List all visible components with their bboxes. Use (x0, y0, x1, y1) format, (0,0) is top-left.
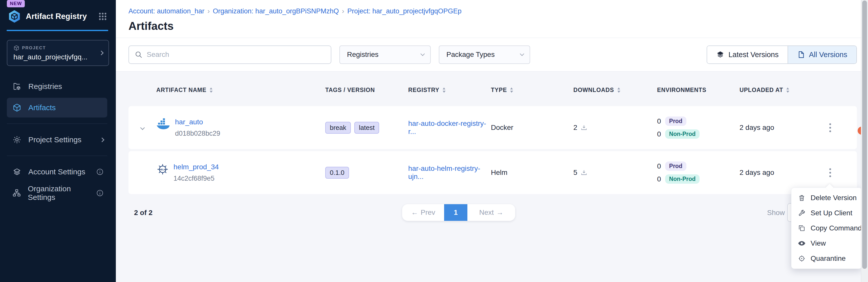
app-logo (8, 10, 21, 23)
prev-page-button[interactable]: ← Prev (402, 204, 444, 221)
sidebar: NEW Artifact Registry (0, 0, 116, 282)
column-type[interactable]: TYPE (491, 87, 574, 94)
downloads-count: 2 (574, 124, 578, 132)
sort-icon[interactable] (209, 87, 213, 93)
search-box (128, 45, 331, 64)
column-environments: ENVIRONMENTS (657, 87, 740, 94)
artifact-digest: d018b028bc29 (175, 130, 220, 137)
info-icon[interactable] (96, 189, 104, 197)
search-icon (134, 50, 143, 59)
menu-item-delete-version[interactable]: Delete Version (792, 190, 862, 205)
project-selector[interactable]: PROJECT har_auto_projectjvfgq... (7, 40, 109, 66)
menu-item-quarantine[interactable]: Quarantine (792, 251, 862, 266)
breadcrumb-organization[interactable]: Organization: har_auto_orgBPiSNPMzhQ (213, 7, 339, 15)
row-menu-button[interactable] (825, 120, 836, 135)
breadcrumb-account[interactable]: Account: automation_har (128, 7, 204, 15)
project-cube-icon (13, 45, 20, 51)
module-grid-icon[interactable] (98, 12, 107, 21)
row-context-menu: Delete Version Set Up Client Copy Comman… (791, 187, 862, 269)
vertical-scrollbar[interactable] (861, 0, 868, 282)
tag-chip: latest (354, 122, 379, 134)
right-arrow-icon: → (496, 208, 503, 217)
nonprod-badge: Non-Prod (665, 174, 700, 184)
artifacts-icon (12, 103, 22, 112)
artifact-digest: 14c2cf68f9e5 (174, 175, 219, 182)
all-versions-label: All Versions (809, 50, 847, 59)
registry-link[interactable]: har-auto-helm-registry-ujn... (408, 165, 480, 180)
prod-badge: Prod (665, 162, 686, 171)
latest-versions-label: Latest Versions (728, 50, 778, 59)
artifact-name-link[interactable]: helm_prod_34 (174, 163, 219, 171)
table-header: ARTIFACT NAME TAGS / VERSION REGISTRY TY… (128, 72, 857, 106)
sidebar-item-project-settings[interactable]: Project Settings (7, 130, 107, 150)
next-page-button[interactable]: Next → (467, 204, 515, 221)
registries-icon (12, 82, 22, 91)
helm-icon: HELM (156, 163, 169, 176)
wrench-icon (798, 209, 806, 217)
pagination-summary: 2 of 2 (134, 209, 153, 217)
sidebar-item-artifacts[interactable]: Artifacts (7, 98, 107, 117)
column-uploaded-at[interactable]: UPLOADED AT (740, 87, 814, 94)
page-title: Artifacts (128, 20, 868, 32)
expand-row-button[interactable] (128, 126, 156, 129)
column-tags-version: TAGS / VERSION (325, 87, 408, 94)
artifact-type: Docker (491, 124, 574, 132)
prod-badge: Prod (665, 116, 686, 126)
page-number-button[interactable]: 1 (444, 204, 467, 221)
sidebar-nav: Registries Artifacts (0, 77, 116, 203)
sidebar-item-label: Account Settings (28, 168, 85, 176)
table-area: ARTIFACT NAME TAGS / VERSION REGISTRY TY… (116, 72, 868, 282)
sort-icon[interactable] (510, 87, 513, 93)
project-name: har_auto_projectjvfgq... (13, 53, 100, 61)
copy-icon (798, 224, 806, 232)
main-area: Account: automation_har › Organization: … (116, 0, 868, 282)
tag-chip: break (325, 122, 351, 134)
trash-icon (798, 194, 806, 202)
page-header: Account: automation_har › Organization: … (116, 0, 868, 38)
table-row: HELM helm_prod_34 14c2cf68f9e5 0.1.0 har… (128, 151, 857, 194)
column-downloads[interactable]: DOWNLOADS (574, 87, 657, 94)
menu-item-set-up-client[interactable]: Set Up Client (792, 205, 862, 221)
sidebar-item-label: Organization Settings (28, 184, 96, 202)
project-label: PROJECT (22, 45, 46, 50)
registries-filter[interactable]: Registries (339, 45, 431, 64)
registry-link[interactable]: har-auto-docker-registry-r... (408, 119, 486, 135)
package-types-filter[interactable]: Package Types (439, 45, 530, 64)
pagination: 2 of 2 ← Prev 1 Next → Show (128, 204, 857, 224)
uploaded-at: 2 days ago (740, 124, 814, 132)
breadcrumb-separator: › (342, 7, 344, 15)
registries-filter-label: Registries (347, 50, 378, 59)
sort-icon[interactable] (786, 87, 789, 93)
nonprod-badge: Non-Prod (665, 129, 700, 139)
env-nonprod-count: 0 (657, 175, 661, 183)
eye-icon (798, 239, 806, 247)
svg-text:HELM: HELM (159, 168, 166, 171)
latest-versions-button[interactable]: Latest Versions (707, 46, 787, 63)
sort-icon[interactable] (617, 87, 620, 93)
quarantine-icon (798, 255, 806, 262)
menu-item-view[interactable]: View (792, 236, 862, 251)
sidebar-item-organization-settings[interactable]: Organization Settings (7, 183, 107, 203)
info-icon[interactable] (96, 168, 104, 176)
chevron-down-icon (421, 52, 425, 56)
download-icon (581, 169, 588, 176)
app-window: NEW Artifact Registry (0, 0, 868, 282)
row-menu-button[interactable] (825, 165, 836, 180)
sidebar-item-account-settings[interactable]: Account Settings (7, 162, 107, 182)
package-types-filter-label: Package Types (446, 50, 495, 59)
account-settings-icon (12, 167, 22, 176)
column-artifact-name[interactable]: ARTIFACT NAME (156, 87, 325, 94)
scrollbar-thumb[interactable] (862, 1, 867, 269)
breadcrumb-separator: › (207, 7, 210, 15)
sidebar-item-registries[interactable]: Registries (7, 77, 107, 96)
search-input[interactable] (147, 50, 325, 59)
chevron-right-icon (99, 50, 103, 55)
breadcrumb-project[interactable]: Project: har_auto_projectjvfgqOPGEp (347, 7, 462, 15)
all-versions-button[interactable]: All Versions (787, 46, 856, 63)
sort-icon[interactable] (442, 87, 446, 93)
menu-item-copy-command[interactable]: Copy Command (792, 221, 862, 236)
artifact-name-link[interactable]: har_auto (175, 118, 220, 126)
downloads-count: 5 (574, 169, 578, 177)
gear-icon (12, 135, 22, 144)
column-registry[interactable]: REGISTRY (408, 87, 491, 94)
